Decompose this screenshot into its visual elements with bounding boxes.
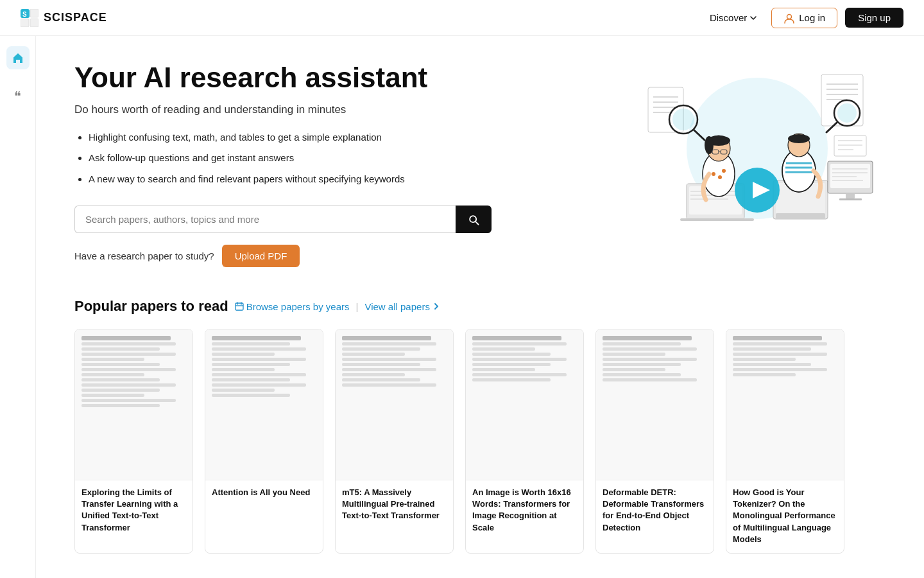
upload-label: Have a research paper to study?	[74, 250, 214, 261]
paper-title: Exploring the Limits of Transfer Learnin…	[81, 487, 186, 534]
browse-papers-by-years-link[interactable]: Browse papers by years	[235, 301, 350, 312]
paper-card[interactable]: An Image is Worth 16x16 Words: Transform…	[465, 329, 584, 554]
popular-header: Popular papers to read Browse papers by …	[74, 298, 886, 315]
svg-rect-3	[30, 19, 38, 27]
view-all-papers-link[interactable]: View all papers	[364, 301, 440, 312]
hero-bullets: Highlight confusing text, math, and tabl…	[74, 130, 492, 187]
chevron-down-icon	[749, 14, 757, 22]
svg-text:S: S	[22, 11, 27, 18]
quote-icon: ❝	[14, 89, 21, 104]
sidebar-item-home[interactable]	[6, 46, 30, 69]
bullet-2: Ask follow-up questions and get instant …	[89, 151, 492, 166]
paper-card[interactable]: mT5: A Massively Multilingual Pre-traine…	[335, 329, 454, 554]
paper-title: An Image is Worth 16x16 Words: Transform…	[472, 487, 577, 534]
hero-section: Your AI research assistant Do hours wort…	[74, 62, 886, 267]
search-row	[74, 206, 492, 233]
search-icon	[467, 213, 480, 226]
paper-card[interactable]: Attention is All you Need	[205, 329, 323, 554]
paper-title: How Good is Your Tokenizer? On the Monol…	[733, 487, 837, 545]
signup-button[interactable]: Sign up	[845, 8, 903, 28]
upload-pdf-button[interactable]: Upload PDF	[222, 245, 300, 267]
scispace-logo-icon: S	[21, 9, 38, 27]
svg-rect-1	[30, 9, 38, 17]
svg-point-44	[672, 109, 694, 130]
hero-subtitle: Do hours worth of reading and understand…	[74, 103, 492, 116]
popular-title: Popular papers to read	[74, 298, 228, 315]
paper-card[interactable]: Deformable DETR: Deformable Transformers…	[595, 329, 714, 554]
hero-left: Your AI research assistant Do hours wort…	[74, 62, 492, 267]
svg-point-25	[718, 175, 722, 179]
user-icon	[783, 12, 795, 24]
svg-rect-63	[235, 303, 243, 310]
chevron-right-icon	[432, 302, 440, 310]
hero-illustration	[635, 62, 879, 235]
search-input[interactable]	[74, 206, 456, 233]
calendar-icon	[235, 302, 244, 311]
svg-point-26	[722, 169, 726, 173]
home-icon	[12, 51, 24, 64]
svg-rect-52	[830, 164, 870, 188]
paper-card[interactable]: How Good is Your Tokenizer? On the Monol…	[726, 329, 844, 554]
logo-text: SCISPACE	[44, 11, 107, 24]
hero-illustration-area	[629, 62, 886, 235]
navbar-logo-area: S SCISPACE	[21, 9, 107, 27]
svg-rect-35	[776, 213, 825, 219]
navbar-actions: Discover Log in Sign up	[703, 8, 903, 28]
svg-point-5	[787, 14, 792, 19]
paper-title: mT5: A Massively Multilingual Pre-traine…	[342, 487, 447, 522]
upload-row: Have a research paper to study? Upload P…	[74, 245, 492, 267]
hero-title: Your AI research assistant	[74, 62, 492, 94]
search-button[interactable]	[456, 206, 492, 233]
paper-title: Deformable DETR: Deformable Transformers…	[603, 487, 707, 534]
svg-rect-2	[21, 19, 29, 27]
svg-point-42	[788, 134, 810, 143]
bullet-1: Highlight confusing text, math, and tabl…	[89, 130, 492, 145]
bullet-3: A new way to search and find relevant pa…	[89, 172, 492, 187]
svg-rect-22	[680, 218, 754, 221]
papers-grid: Exploring the Limits of Transfer Learnin…	[74, 329, 886, 554]
illustration-svg	[635, 62, 879, 235]
paper-title: Attention is All you Need	[212, 487, 316, 498]
login-button[interactable]: Log in	[771, 8, 837, 28]
paper-card[interactable]: Exploring the Limits of Transfer Learnin…	[74, 329, 193, 554]
popular-papers-section: Popular papers to read Browse papers by …	[74, 298, 886, 554]
discover-button[interactable]: Discover	[703, 8, 764, 27]
svg-point-24	[712, 172, 715, 176]
svg-rect-57	[846, 193, 855, 198]
navbar: S SCISPACE Discover Log in Sign up	[0, 0, 924, 36]
sidebar: ❝	[0, 36, 36, 578]
separator: |	[356, 301, 359, 312]
svg-rect-58	[839, 198, 862, 200]
svg-rect-59	[834, 136, 866, 156]
page-layout: ❝ Your AI research assistant Do hours wo…	[0, 36, 924, 578]
svg-point-47	[837, 103, 857, 123]
main-content: Your AI research assistant Do hours wort…	[36, 36, 924, 578]
sidebar-item-quote[interactable]: ❝	[6, 85, 30, 108]
